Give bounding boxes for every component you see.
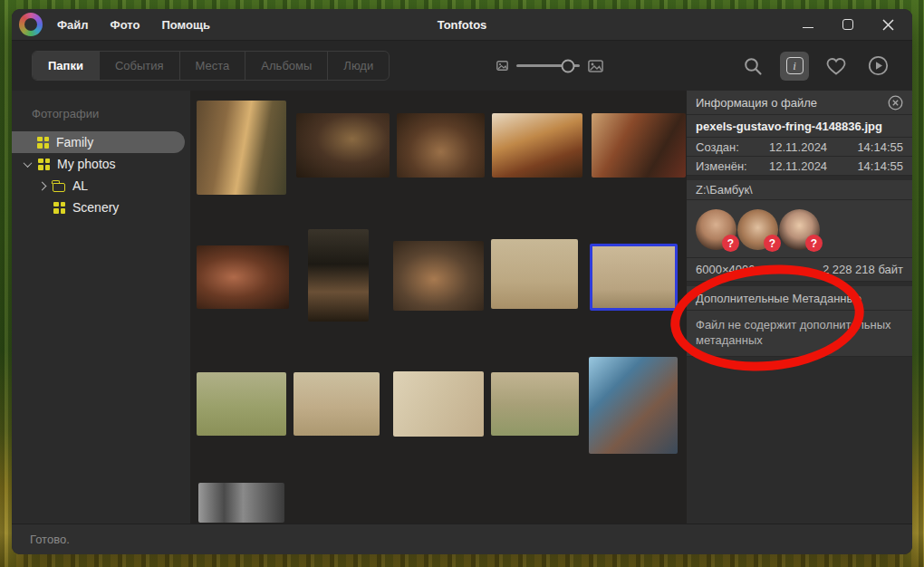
tab-albums[interactable]: Альбомы <box>245 52 328 80</box>
grid-icon <box>38 159 50 170</box>
favorites-button[interactable] <box>822 52 851 81</box>
sidebar-item-family[interactable]: Family <box>12 131 185 153</box>
app-window: Файл Фото Помощь Tonfotos Папки События … <box>12 9 912 554</box>
search-icon <box>743 56 763 76</box>
slideshow-icon <box>868 55 889 76</box>
created-date: 12.11.2024 <box>769 140 847 154</box>
chevron-down-icon[interactable] <box>24 159 33 168</box>
view-tabs: Папки События Места Альбомы Люди <box>32 51 390 81</box>
photo-thumbnail[interactable] <box>296 113 390 178</box>
slider-track[interactable] <box>516 64 580 67</box>
photo-thumbnail[interactable] <box>491 239 578 309</box>
sidebar-item-label: AL <box>72 178 88 193</box>
info-icon: i <box>786 57 804 74</box>
face-avatar[interactable]: ? <box>696 209 736 250</box>
photo-thumbnail[interactable] <box>393 371 484 437</box>
sidebar-item-my-photos[interactable]: My photos <box>12 153 190 175</box>
created-row: Создан: 12.11.2024 14:14:55 <box>687 138 912 157</box>
menu-file[interactable]: Файл <box>57 18 89 32</box>
modified-time: 14:14:55 <box>847 159 903 173</box>
heart-icon <box>825 56 847 76</box>
image-dimensions: 6000×4000 <box>696 263 755 276</box>
photo-thumbnail[interactable] <box>198 483 284 523</box>
photo-thumbnail[interactable] <box>197 245 289 309</box>
metadata-section-title: Дополнительные Метаданные <box>687 286 912 311</box>
search-button[interactable] <box>738 52 767 81</box>
status-text: Готово. <box>30 533 70 546</box>
tab-events[interactable]: События <box>100 52 180 80</box>
photo-thumbnail[interactable] <box>592 113 686 178</box>
unknown-person-badge[interactable]: ? <box>805 235 823 252</box>
modified-date: 12.11.2024 <box>769 159 847 173</box>
toolbar: Папки События Места Альбомы Люди <box>12 40 912 91</box>
panel-title: Информация о файле <box>696 96 817 110</box>
close-icon <box>882 19 894 31</box>
photo-thumbnail[interactable] <box>197 372 286 436</box>
modified-row: Изменён: 12.11.2024 14:14:55 <box>687 157 912 176</box>
photo-thumbnail[interactable] <box>397 113 485 178</box>
thumbnail-size-slider <box>496 60 603 72</box>
minimize-button[interactable] <box>802 18 814 31</box>
statusbar: Готово. <box>12 524 912 554</box>
folder-icon <box>53 183 65 192</box>
sidebar-item-label: Scenery <box>72 200 119 215</box>
unknown-person-badge[interactable]: ? <box>764 235 781 252</box>
minimize-icon <box>803 27 813 28</box>
maximize-button[interactable] <box>842 18 854 31</box>
photo-thumbnail[interactable] <box>197 101 286 195</box>
face-avatar[interactable]: ? <box>737 209 778 250</box>
window-controls <box>802 18 912 31</box>
sidebar-item-al[interactable]: AL <box>12 175 190 197</box>
sidebar-item-label: Family <box>56 135 93 149</box>
maximize-icon <box>842 19 853 30</box>
photo-grid <box>190 91 687 524</box>
menu-photo[interactable]: Фото <box>111 18 140 32</box>
modified-label: Изменён: <box>696 159 769 173</box>
photo-thumbnail[interactable] <box>491 372 579 436</box>
unknown-person-badge[interactable]: ? <box>722 235 739 252</box>
photo-thumbnail[interactable] <box>589 357 678 454</box>
sidebar-item-scenery[interactable]: Scenery <box>12 197 190 218</box>
app-logo-icon <box>19 13 43 36</box>
tab-people[interactable]: Люди <box>328 52 389 80</box>
file-size: 2 228 218 байт <box>823 263 903 276</box>
photo-thumbnail[interactable] <box>294 372 380 436</box>
tab-folders[interactable]: Папки <box>33 52 100 80</box>
content-area: Фотографии Family My photos AL Scenery <box>12 91 912 524</box>
close-button[interactable] <box>881 18 894 31</box>
sidebar: Фотографии Family My photos AL Scenery <box>12 91 190 524</box>
detected-faces-row: ? ? ? <box>687 200 912 258</box>
thumbnail-large-icon <box>588 60 603 72</box>
created-label: Создан: <box>696 140 769 154</box>
file-path: Z:\Бамбук\ <box>687 180 912 200</box>
face-avatar[interactable]: ? <box>779 209 820 250</box>
metadata-message: Файл не содержит дополнительных метаданн… <box>687 311 912 357</box>
grid-icon <box>53 202 65 214</box>
menubar: Файл Фото Помощь <box>57 18 210 32</box>
photo-thumbnail-selected[interactable] <box>590 244 678 311</box>
sidebar-header: Фотографии <box>12 107 190 131</box>
file-info-panel: Информация о файле pexels-gustavo-fring-… <box>687 91 912 524</box>
chevron-right-icon[interactable] <box>38 181 47 190</box>
tab-places[interactable]: Места <box>180 52 246 80</box>
created-time: 14:14:55 <box>847 140 903 154</box>
slideshow-button[interactable] <box>863 52 892 81</box>
photo-thumbnail[interactable] <box>393 241 484 311</box>
sidebar-item-label: My photos <box>57 157 116 171</box>
toolbar-actions: i <box>738 52 912 81</box>
photo-thumbnail[interactable] <box>492 113 582 178</box>
thumbnail-small-icon <box>496 61 508 71</box>
dimensions-row: 6000×4000 2 228 218 байт <box>687 258 912 282</box>
menu-help[interactable]: Помощь <box>161 18 209 32</box>
grid-icon <box>37 137 49 149</box>
slider-thumb[interactable] <box>562 59 575 72</box>
filename: pexels-gustavo-fring-4148836.jpg <box>687 115 912 138</box>
close-circle-icon[interactable] <box>888 95 903 111</box>
photo-thumbnail[interactable] <box>308 229 369 322</box>
titlebar: Файл Фото Помощь Tonfotos <box>12 9 912 40</box>
info-button[interactable]: i <box>780 52 809 81</box>
